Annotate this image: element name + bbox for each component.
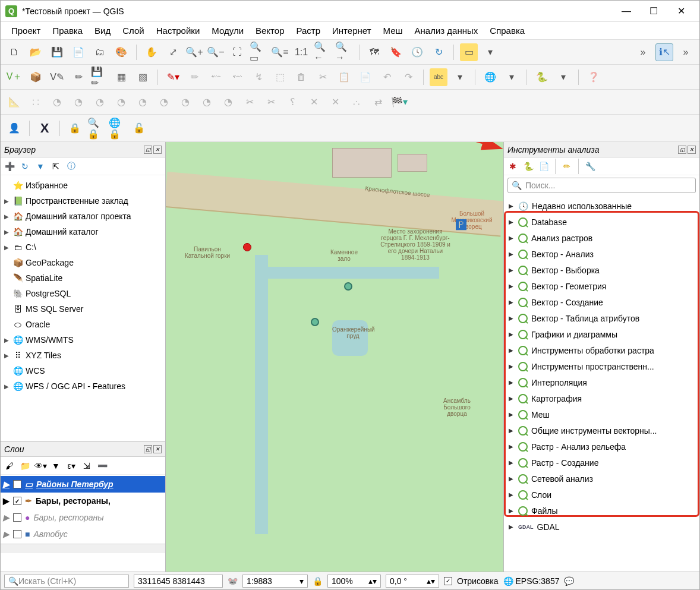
browser-item[interactable]: ▶📗Пространственные заклад — [1, 193, 165, 209]
menu-растр[interactable]: Растр — [290, 23, 326, 38]
processing-tree[interactable]: ▶🕓Недавно использованные▶Database▶Анализ… — [504, 195, 699, 572]
browser-item[interactable]: ▶🏠Домашний каталог проекта — [1, 209, 165, 224]
labels-button[interactable]: abc — [430, 68, 447, 86]
snap-1[interactable]: 📐 — [5, 93, 23, 111]
browser-collapse-button[interactable]: ⇱ — [49, 160, 62, 173]
add-vector-button[interactable]: V＋ — [5, 68, 23, 86]
crs-button[interactable]: 🌐 EPSG:3857 — [503, 576, 560, 586]
layers-add-group-button[interactable]: 📁 — [18, 459, 31, 472]
menu-модули[interactable]: Модули — [206, 23, 250, 38]
layers-expand-button[interactable]: ⇲ — [80, 459, 93, 472]
processing-history-button[interactable]: 📄 — [537, 160, 550, 173]
undo-button[interactable]: ↶ — [378, 68, 396, 86]
processing-group[interactable]: ▶Анализ растров — [506, 230, 695, 246]
redo-button[interactable]: ↷ — [399, 68, 417, 86]
maximize-button[interactable]: ☐ — [640, 2, 667, 21]
toolbar-overflow-2[interactable]: » — [677, 43, 695, 61]
new-map-view-button[interactable]: 🗺 — [365, 43, 383, 61]
browser-filter-button[interactable]: ▼ — [34, 160, 47, 173]
extents-icon[interactable]: 🐭 — [228, 576, 238, 586]
layers-filter-button[interactable]: ▼ — [49, 459, 62, 472]
processing-group[interactable]: ▶Инструменты пространственн... — [506, 358, 695, 374]
toolbar-overflow-1[interactable]: » — [634, 43, 652, 61]
layer-checkbox[interactable] — [13, 530, 21, 538]
snap-12[interactable]: ✂ — [241, 93, 258, 111]
processing-script-button[interactable]: 🐍 — [522, 160, 535, 173]
menu-слой[interactable]: Слой — [116, 23, 150, 38]
minimize-button[interactable]: — — [613, 2, 640, 21]
refresh-button[interactable]: ↻ — [430, 43, 447, 61]
snap-10[interactable]: ◔ — [198, 93, 216, 111]
processing-close-button[interactable]: ✕ — [688, 146, 696, 154]
zoom-selection-button[interactable]: 🔍▭ — [250, 43, 267, 61]
processing-model-button[interactable]: ✱ — [506, 160, 519, 173]
lock-2-button[interactable]: 🔍🔒 — [87, 119, 105, 137]
zoom-layer-button[interactable]: 🔍≡ — [271, 43, 289, 61]
menu-справка[interactable]: Справка — [484, 23, 531, 38]
browser-item[interactable]: ▶🌐WMS/WMTS — [1, 332, 165, 348]
pan-to-selection-button[interactable]: ⤢ — [164, 43, 182, 61]
plugin-web-button[interactable]: 🌐 — [481, 68, 499, 86]
browser-item[interactable]: 🐘PostgreSQL — [1, 286, 165, 301]
select-dropdown[interactable]: ▾ — [481, 43, 499, 61]
layers-remove-button[interactable]: ➖ — [96, 459, 109, 472]
layout-manager-button[interactable]: 🗂 — [91, 43, 109, 61]
processing-group[interactable]: ▶Вектор - Геометрия — [506, 278, 695, 294]
add-feature-button[interactable]: ▦ — [112, 68, 130, 86]
zoom-out-button[interactable]: 🔍− — [207, 43, 225, 61]
menu-интернет[interactable]: Интернет — [326, 23, 377, 38]
edit-tool-4[interactable]: ↯ — [250, 68, 267, 86]
close-button[interactable]: ✕ — [667, 2, 695, 21]
browser-close-button[interactable]: ✕ — [153, 146, 162, 154]
user-profile-button[interactable]: 👤 — [5, 119, 23, 137]
zoom-last-button[interactable]: 🔍← — [314, 43, 332, 61]
lock-3-button[interactable]: 🌐🔒 — [109, 119, 127, 137]
layers-visibility-button[interactable]: 👁▾ — [34, 459, 47, 472]
zoom-next-button[interactable]: 🔍→ — [335, 43, 353, 61]
snap-4[interactable]: ◔ — [70, 93, 87, 111]
messages-button[interactable]: 💬 — [564, 576, 574, 586]
snap-14[interactable]: ⸮ — [283, 93, 301, 111]
menu-вид[interactable]: Вид — [89, 23, 116, 38]
new-geopackage-button[interactable]: 📦 — [27, 68, 45, 86]
browser-item[interactable]: ▶🏠Домашний каталог — [1, 224, 165, 239]
processing-group[interactable]: ▶Сетевой анализ — [506, 471, 695, 487]
snap-18[interactable]: ⇄ — [369, 93, 387, 111]
processing-group[interactable]: ▶Растр - Анализ рельефа — [506, 438, 695, 455]
processing-group[interactable]: ▶GDALGDAL — [506, 519, 695, 535]
lock-4-button[interactable]: 🔓 — [130, 119, 148, 137]
map-canvas[interactable]: Краснофлотское шоссе Оранжерейный пруд П… — [166, 142, 503, 572]
processing-group[interactable]: ▶Графики и диаграммы — [506, 326, 695, 342]
copy-button[interactable]: 📋 — [335, 68, 353, 86]
snap-6[interactable]: ◔ — [112, 93, 130, 111]
style-manager-button[interactable]: 🎨 — [112, 43, 130, 61]
new-shapefile-button[interactable]: V✎ — [48, 68, 66, 86]
processing-edit-button[interactable]: ✏ — [560, 160, 573, 173]
lock-scale-button[interactable]: 🔒 — [313, 576, 323, 586]
open-project-button[interactable]: 📂 — [27, 43, 45, 61]
processing-group[interactable]: ▶Файлы — [506, 503, 695, 519]
edit-tool-3[interactable]: ⬳ — [228, 68, 246, 86]
browser-item[interactable]: ⭐Избранное — [1, 178, 165, 193]
snap-16[interactable]: ✕ — [326, 93, 344, 111]
browser-undock-button[interactable]: ◱ — [144, 146, 152, 154]
temporal-button[interactable]: 🕓 — [408, 43, 426, 61]
layer-item[interactable]: ▶●Бары, рестораны — [1, 509, 165, 526]
browser-item[interactable]: 🌐WCS — [1, 363, 165, 378]
help-button[interactable]: ❓ — [585, 68, 603, 86]
processing-group[interactable]: ▶Database — [506, 214, 695, 230]
labels-dropdown[interactable]: ▾ — [451, 68, 469, 86]
snap-9[interactable]: ◔ — [176, 93, 194, 111]
zoom-in-button[interactable]: 🔍+ — [185, 43, 203, 61]
layers-close-button[interactable]: ✕ — [153, 445, 162, 453]
zoom-full-button[interactable]: ⛶ — [228, 43, 246, 61]
layers-undock-button[interactable]: ◱ — [144, 445, 152, 453]
browser-item[interactable]: 🪶SpatiaLite — [1, 270, 165, 286]
python-dropdown[interactable]: ▾ — [554, 68, 572, 86]
snap-17[interactable]: ⸫ — [348, 93, 365, 111]
processing-group[interactable]: ▶Вектор - Создание — [506, 294, 695, 310]
browser-refresh-button[interactable]: ↻ — [18, 160, 31, 173]
layers-style-button[interactable]: 🖌 — [3, 459, 16, 472]
new-bookmark-button[interactable]: 🔖 — [387, 43, 405, 61]
snap-13[interactable]: ✂ — [262, 93, 280, 111]
